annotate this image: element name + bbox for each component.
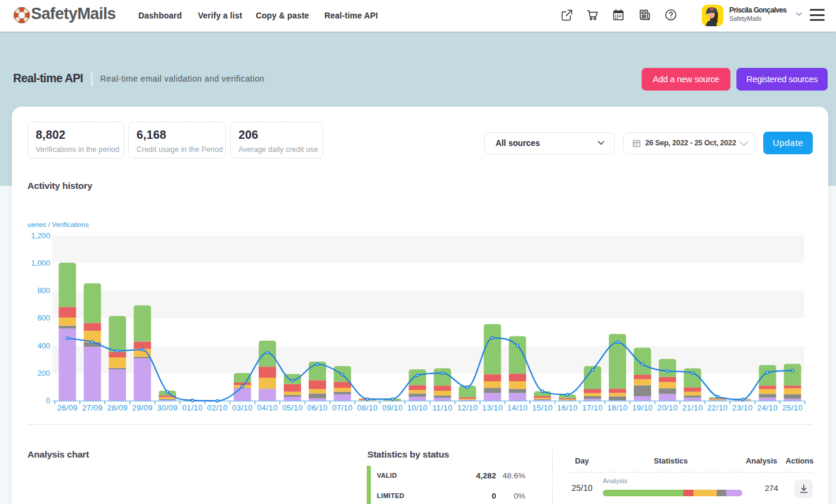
svg-text:23/10: 23/10: [732, 403, 753, 412]
svg-text:200: 200: [38, 369, 50, 378]
svg-text:0: 0: [46, 396, 50, 405]
svg-text:17/10: 17/10: [582, 403, 603, 412]
svg-text:09/10: 09/10: [382, 403, 403, 412]
svg-text:1,000: 1,000: [31, 259, 50, 267]
svg-text:06/10: 06/10: [307, 403, 328, 412]
svg-text:27/09: 27/09: [82, 403, 103, 412]
svg-text:800: 800: [38, 286, 50, 295]
svg-text:30/09: 30/09: [157, 403, 178, 412]
svg-text:20/10: 20/10: [657, 403, 678, 412]
svg-text:05/10: 05/10: [282, 403, 303, 412]
svg-text:14/10: 14/10: [507, 403, 528, 412]
svg-text:22/10: 22/10: [707, 403, 728, 412]
svg-text:24/10: 24/10: [757, 403, 778, 412]
svg-text:19/10: 19/10: [632, 403, 653, 412]
svg-text:10/10: 10/10: [407, 403, 428, 412]
svg-text:28/09: 28/09: [107, 403, 128, 412]
svg-text:08/10: 08/10: [357, 403, 378, 412]
svg-text:02/10: 02/10: [207, 403, 228, 412]
svg-text:400: 400: [38, 341, 50, 350]
svg-text:18/10: 18/10: [607, 403, 628, 412]
svg-text:16/10: 16/10: [557, 403, 578, 412]
svg-text:26/09: 26/09: [57, 403, 78, 412]
svg-text:1,200: 1,200: [31, 231, 50, 240]
svg-text:03/10: 03/10: [232, 403, 253, 412]
svg-text:07/10: 07/10: [332, 403, 353, 412]
svg-text:13/10: 13/10: [482, 403, 503, 412]
svg-text:15/10: 15/10: [532, 403, 553, 412]
svg-text:21/10: 21/10: [682, 403, 703, 412]
svg-text:25/10: 25/10: [782, 403, 803, 412]
svg-text:29/09: 29/09: [132, 403, 153, 412]
svg-text:01/10: 01/10: [182, 403, 203, 412]
svg-text:12/10: 12/10: [457, 403, 478, 412]
svg-text:11/10: 11/10: [432, 403, 453, 412]
svg-text:600: 600: [38, 313, 50, 322]
svg-text:04/10: 04/10: [257, 403, 278, 412]
